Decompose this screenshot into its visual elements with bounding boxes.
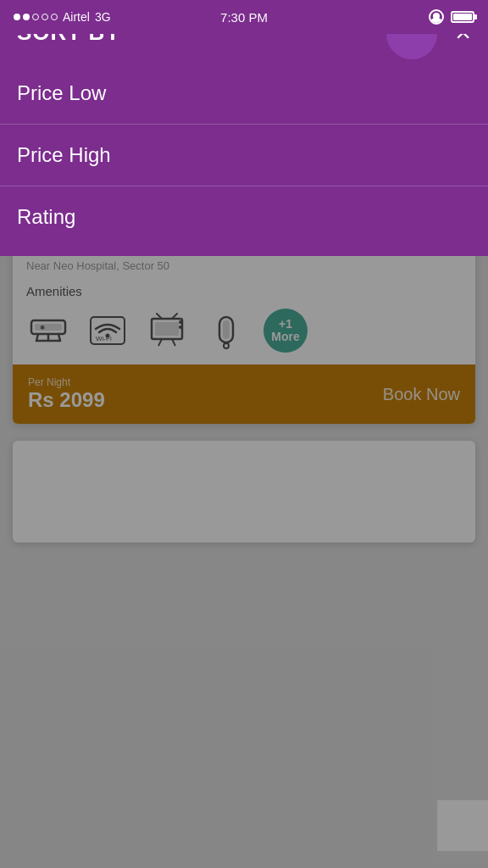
status-right <box>429 9 474 25</box>
signal-dots <box>14 14 58 20</box>
sort-item-rating[interactable]: Rating <box>0 186 488 248</box>
status-bar: Airtel 3G 7:30 PM <box>0 0 488 34</box>
sort-item-price-high[interactable]: Price High <box>0 125 488 186</box>
signal-dot-2 <box>23 14 30 20</box>
sort-item-price-low-label: Price Low <box>17 81 106 104</box>
signal-dot-4 <box>42 14 48 20</box>
network-label: 3G <box>95 10 111 24</box>
time-display: 7:30 PM <box>220 10 268 25</box>
sort-overlay: SORT BY × Price Low Price High Rating <box>0 0 488 256</box>
sort-item-price-high-label: Price High <box>17 143 111 166</box>
signal-dot-1 <box>14 14 20 20</box>
battery-fill <box>453 14 472 20</box>
carrier-label: Airtel <box>63 10 90 24</box>
signal-dot-3 <box>32 14 39 20</box>
status-left: Airtel 3G <box>14 10 111 24</box>
signal-dot-5 <box>51 14 58 20</box>
user-icon <box>429 9 444 25</box>
sort-item-price-low[interactable]: Price Low <box>0 63 488 125</box>
battery-icon <box>451 11 474 23</box>
sort-item-rating-label: Rating <box>17 205 75 228</box>
